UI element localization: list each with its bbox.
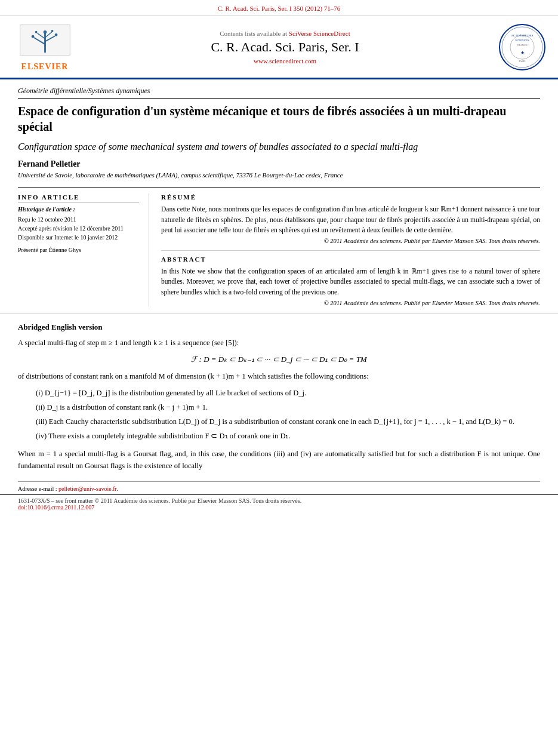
math-formula: ℱ : D = Dₖ ⊂ Dₖ₋₁ ⊂ ··· ⊂ D_j ⊂ ··· ⊂ D₁…: [18, 355, 540, 364]
email-footnote: Adresse e-mail : pelletier@univ-savoie.f…: [0, 485, 558, 492]
svg-text:FRANCE: FRANCE: [517, 44, 528, 47]
email-value: pelletier@univ-savoie.fr.: [58, 485, 118, 492]
doi-line: doi:10.1016/j.crma.2011.12.007: [18, 504, 540, 511]
abstract-copyright: © 2011 Académie des sciences. Publié par…: [161, 300, 540, 306]
body-para-3: When m = 1 a special multi-flag is a Gou…: [18, 448, 540, 472]
svg-point-10: [51, 30, 53, 32]
footer-bottom: 1631-073X/$ – see front matter © 2011 Ac…: [0, 494, 558, 513]
resume-text: Dans cette Note, nous montrons que les e…: [161, 204, 540, 235]
body-para-2: of distributions of constant rank on a m…: [18, 370, 540, 382]
list-item-ii-text: (ii) D_j is a distribution of constant r…: [36, 403, 208, 411]
svg-point-7: [31, 35, 34, 38]
accepted-date: Accepté après révision le 12 décembre 20…: [18, 224, 139, 233]
list-item-i-text: (i) D_{j−1} = [D_j, D_j] is the distribu…: [36, 389, 306, 397]
journal-title: C. R. Acad. Sci. Paris, Ser. I: [78, 39, 492, 55]
list-item-iv-text: (iv) There exists a completely integrabl…: [36, 432, 291, 440]
elsevier-text: ELSEVIER: [21, 62, 69, 72]
academy-logo-container: ACADÉMIE DES SCIENCES FRANCE ★ PARIS: [492, 23, 546, 71]
abstract-section: ABSTRACT In this Note we show that the c…: [161, 250, 540, 306]
article-section: Géométrie différentielle/Systèmes dynami…: [0, 79, 558, 306]
abstract-text: In this Note we show that the configurat…: [161, 266, 540, 297]
sciverse-link[interactable]: SciVerse ScienceDirect: [289, 30, 350, 37]
svg-point-8: [54, 33, 57, 36]
svg-text:★: ★: [520, 50, 525, 56]
abstract-heading: ABSTRACT: [161, 256, 540, 263]
email-label: Adresse e-mail :: [18, 485, 57, 492]
author-name: Fernand Pelletier: [18, 159, 540, 169]
svg-text:PARIS: PARIS: [519, 60, 526, 63]
ref-text: C. R. Acad. Sci. Paris, Ser. I 350 (2012…: [218, 5, 341, 12]
abstract-col: RÉSUMÉ Dans cette Note, nous montrons qu…: [161, 193, 540, 306]
sciverse-line: Contents lists available at SciVerse Sci…: [78, 30, 492, 37]
journal-reference: C. R. Acad. Sci. Paris, Ser. I 350 (2012…: [0, 0, 558, 16]
resume-copyright: © 2011 Académie des sciences. Publié par…: [161, 238, 540, 244]
list-item-i: (i) D_{j−1} = [D_j, D_j] is the distribu…: [18, 387, 540, 399]
issn-line: 1631-073X/$ – see front matter © 2011 Ac…: [18, 497, 540, 504]
svg-point-9: [35, 31, 37, 33]
journal-url[interactable]: www.sciencedirect.com: [78, 57, 492, 64]
svg-text:ACADÉMIE DES: ACADÉMIE DES: [511, 34, 533, 37]
available-date: Disponible sur Internet le 10 janvier 20…: [18, 233, 139, 242]
header-center: Contents lists available at SciVerse Sci…: [78, 30, 492, 64]
svg-point-11: [500, 24, 545, 70]
info-article-col: INFO ARTICLE Historique de l'article : R…: [18, 193, 149, 306]
svg-point-6: [43, 30, 47, 34]
info-abstract-columns: INFO ARTICLE Historique de l'article : R…: [18, 187, 540, 306]
category-label: Géométrie différentielle/Systèmes dynami…: [18, 87, 540, 99]
elsevier-logo: ELSEVIER: [12, 22, 78, 72]
svg-text:SCIENCES: SCIENCES: [515, 39, 529, 42]
received-date: Reçu le 12 octobre 2011: [18, 215, 139, 224]
sciverse-prefix: Contents lists available at: [220, 30, 287, 37]
list-item-ii: (ii) D_j is a distribution of constant r…: [18, 401, 540, 413]
resume-heading: RÉSUMÉ: [161, 193, 540, 201]
list-item-iii: (iii) Each Cauchy characteristic subdist…: [18, 416, 540, 428]
presented-by: Présenté par Étienne Ghys: [18, 247, 139, 253]
section-heading: Abridged English version: [18, 322, 540, 332]
info-heading: INFO ARTICLE: [18, 193, 139, 202]
article-title-en: Configuration space of some mechanical s…: [18, 140, 540, 153]
footer-rule: [18, 481, 540, 482]
body-para-1: A special multi-flag of step m ≥ 1 and l…: [18, 337, 540, 349]
journal-header: ELSEVIER Contents lists available at Sci…: [0, 16, 558, 79]
article-title-fr: Espace de configuration d'un système méc…: [18, 103, 540, 134]
main-body: Abridged English version A special multi…: [0, 314, 558, 472]
list-item-iii-text: (iii) Each Cauchy characteristic subdist…: [36, 417, 514, 426]
history-label: Historique de l'article :: [18, 206, 139, 213]
list-item-iv: (iv) There exists a completely integrabl…: [18, 430, 540, 442]
author-affiliation: Université de Savoie, laboratoire de mat…: [18, 171, 540, 179]
